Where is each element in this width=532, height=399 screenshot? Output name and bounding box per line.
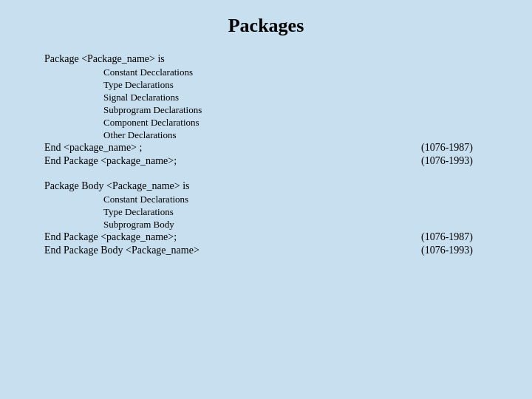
end-text: End <package_name> ; [44, 142, 421, 154]
section-packages: Package <Package_name> is Constant Deccl… [44, 53, 488, 167]
page: Packages Package <Package_name> is Const… [0, 0, 532, 399]
list-item: Type Declarations [44, 79, 488, 91]
end-text: End Package <package_name>; [44, 231, 421, 243]
end-line-body-1076-1993: End Package Body <Package_name> (1076-19… [44, 245, 488, 256]
section2-header: Package Body <Package_name> is [44, 180, 488, 192]
year-badge: (1076-1993) [421, 245, 488, 256]
section1-header: Package <Package_name> is [44, 53, 488, 65]
page-title: Packages [44, 15, 488, 37]
list-item: Constant Decclarations [44, 66, 488, 78]
end-line-1076-1987: End <package_name> ; (1076-1987) [44, 142, 488, 154]
year-badge: (1076-1987) [421, 231, 488, 243]
list-item: Subprogram Body [44, 219, 488, 231]
list-item: Type Declarations [44, 206, 488, 218]
year-badge: (1076-1987) [421, 142, 488, 154]
end-line-body-1076-1987: End Package <package_name>; (1076-1987) [44, 231, 488, 243]
list-item: Constant Declarations [44, 194, 488, 205]
list-item: Subprogram Declarations [44, 104, 488, 116]
end-text: End Package <package_name>; [44, 155, 421, 167]
list-item: Other Declarations [44, 129, 488, 141]
list-item: Signal Declarations [44, 92, 488, 103]
end-line-1076-1993: End Package <package_name>; (1076-1993) [44, 155, 488, 167]
section-package-body: Package Body <Package_name> is Constant … [44, 180, 488, 256]
list-item: Component Declarations [44, 117, 488, 129]
end-text: End Package Body <Package_name> [44, 245, 421, 256]
year-badge: (1076-1993) [421, 155, 488, 167]
